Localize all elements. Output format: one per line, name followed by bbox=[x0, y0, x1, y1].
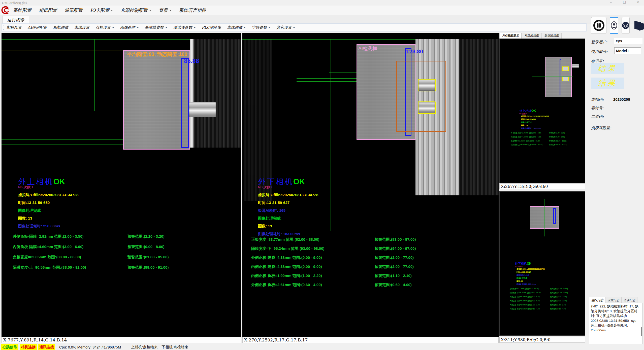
tool-offline-settings[interactable]: 离线设置 bbox=[74, 25, 89, 30]
tool-baseline-params[interactable]: 基准线参数 bbox=[145, 25, 167, 30]
lower-camera-view[interactable]: AI检测框 123.80 外下相机OK NG次数:0 虚拟码:Offline20… bbox=[242, 33, 499, 337]
menu-light-control-config[interactable]: 光源控制配置 bbox=[120, 7, 151, 13]
tab-error-log[interactable]: 错误日志 bbox=[621, 297, 637, 303]
status-bar: 心跳信号 相机连接 通讯连接 Cpu: 0.0% Memory: 3424.41… bbox=[0, 344, 644, 350]
measurement-row: 内侧正极-负极=1.90mm 范围:(1.00 - 2.20)预警范围:(1.1… bbox=[251, 273, 325, 278]
log-scrollbar[interactable] bbox=[641, 327, 642, 336]
width-value-text: 123.80 bbox=[406, 48, 423, 55]
tool-camera-config[interactable]: 相机配置 bbox=[7, 25, 22, 30]
upper-camera-view[interactable]: 平均阈值:93, 动态阈值:100 85.88 外上相机OK NG次数:1 虚拟… bbox=[2, 33, 241, 337]
camera-status-block: 外下相机OK NG次数:0 虚拟码:Offline202502081331347… bbox=[258, 177, 318, 236]
log-panel: 运行日志 设置日志 错误日志 耗时: 222, 缺陷检测耗时: 17, 缺陷分类… bbox=[589, 297, 642, 347]
tab-detect-box bbox=[418, 101, 436, 114]
menu-camera-config[interactable]: 相机配置 bbox=[39, 7, 57, 13]
process-done-text: 图像处理完成 bbox=[18, 208, 78, 213]
tab-ng-screenshot[interactable]: NG截图显示 bbox=[499, 33, 522, 39]
width-measure-box bbox=[181, 58, 189, 148]
mini-measure-box bbox=[553, 208, 556, 224]
baseline-yellow-vertical bbox=[243, 33, 243, 230]
lower-camera-coord-bar: X:270;Y:2502;R:17;G:17;B:17 bbox=[242, 337, 499, 343]
measurement-row: 外侧正极-负极=2.61mm 范围:(0.60 - 4.00)预警范围:(0.6… bbox=[251, 283, 325, 287]
machine-background bbox=[459, 39, 499, 195]
virtual-code-value: 20250208 bbox=[613, 97, 630, 101]
tool-ai-use-config[interactable]: AI使用配置 bbox=[28, 25, 47, 30]
upper-camera-thumbnail[interactable]: 外上相机OK NG次数:1 虚拟码:Offline202502081331347… bbox=[499, 39, 585, 183]
login-user-label: 登录用户: bbox=[591, 40, 607, 45]
menu-comm-config[interactable]: 通讯配置 bbox=[65, 7, 83, 13]
right-control-panel: 登录用户: cys 使用型号: Model1 总结果: 结果 结果 虚拟码: 2… bbox=[588, 15, 644, 297]
mini-line bbox=[532, 77, 573, 77]
lower-camera-thumbnail[interactable]: 外下相机OK NG次数:0 虚拟码:Offline202502081331347… bbox=[499, 191, 585, 336]
users-icon bbox=[622, 22, 629, 29]
measurement-row: 正极宽度=83.77mm 范围:(82.00 - 88.00)预警范围:(83.… bbox=[251, 237, 325, 242]
chevron-down-icon bbox=[169, 10, 171, 11]
camera-connect-badge: 相机连接 bbox=[20, 344, 37, 350]
maximize-icon[interactable]: ☐ bbox=[622, 1, 627, 4]
chevron-down-icon bbox=[165, 27, 167, 28]
mini-metal-blob bbox=[572, 64, 579, 68]
upper-camera-check-text: 上相机:点检结束 bbox=[131, 345, 158, 349]
ai-elapsed-text: 极耳AI耗时: 165 bbox=[258, 208, 318, 213]
users-button[interactable] bbox=[622, 17, 630, 34]
menu-io-card-config[interactable]: IO卡配置 bbox=[90, 7, 113, 13]
app-logo-icon bbox=[1, 6, 11, 15]
tool-image-processing[interactable]: 图像处理 bbox=[120, 25, 139, 30]
measurement-row: 内侧负极-隔膜=4.60mm 范围:(3.00 - 6.00)预警范围:(0.0… bbox=[13, 244, 86, 249]
elapsed-text: 图像处理耗时: 258.00ms bbox=[18, 224, 78, 229]
pause-button[interactable] bbox=[591, 17, 606, 34]
menu-bar: 系统配置 相机配置 通讯配置 IO卡配置 光源控制配置 查看 系统语言切换 bbox=[0, 6, 644, 15]
camera-title: 外上相机 bbox=[18, 177, 53, 186]
window-title: CYS-视觉检测系统 bbox=[2, 1, 27, 5]
measurement-list: 外侧负极-隔膜=2.91mm 范围:(2.00 - 3.50)预警范围:(2.2… bbox=[13, 234, 86, 270]
tab-material-curve[interactable]: 料线曲线图 bbox=[522, 33, 542, 39]
result-ok-text: OK bbox=[53, 177, 65, 186]
cpu-memory-text: Cpu: 0.0% Memory: 3424.41796875M bbox=[59, 345, 121, 349]
neg-tab-count-label: 负极耳数量: bbox=[591, 126, 611, 130]
chevron-down-icon bbox=[194, 27, 196, 28]
menu-language-switch[interactable]: 系统语言切换 bbox=[179, 7, 206, 13]
loop-count-text: 圈数: 13 bbox=[18, 216, 78, 221]
menu-system-config[interactable]: 系统配置 bbox=[13, 7, 31, 13]
virtual-code-text: 虚拟码:Offline20250208133134728 bbox=[258, 193, 318, 197]
user-button[interactable] bbox=[610, 17, 618, 34]
menu-view[interactable]: 查看 bbox=[159, 7, 171, 13]
tool-offline-debug[interactable]: 离线调试 bbox=[227, 25, 246, 30]
chevron-down-icon bbox=[244, 27, 246, 28]
tab-settings-log[interactable]: 设置日志 bbox=[605, 297, 621, 303]
comm-connect-badge: 通讯连接 bbox=[38, 344, 55, 350]
chevron-down-icon bbox=[137, 27, 139, 28]
close-icon[interactable]: ✕ bbox=[635, 1, 640, 4]
measurement-row: 外侧正极-隔膜=4.38mm 范围:(0.00 - 9.00)预警范围:(2.0… bbox=[251, 255, 325, 260]
pause-icon bbox=[593, 19, 605, 31]
tool-camera-debug[interactable]: 相机调试 bbox=[53, 25, 68, 30]
total-result-label: 总结果: bbox=[591, 58, 604, 63]
lower-camera-check-text: 下相机:点检结束 bbox=[162, 345, 188, 349]
tool-plc-address-lib[interactable]: PLC地址库 bbox=[202, 25, 221, 30]
model-field[interactable]: Model1 bbox=[614, 47, 641, 54]
measurement-row: 隔膜宽度-下=95.24mm 范围:(93.00 - 98.00)预警范围:(9… bbox=[251, 246, 325, 251]
toolbar-grip[interactable] bbox=[3, 25, 5, 30]
login-user-field[interactable]: cys bbox=[614, 38, 642, 44]
tab-data-curve[interactable]: 数据曲线图 bbox=[542, 33, 562, 39]
chevron-down-icon bbox=[111, 10, 113, 11]
elapsed-text: 图像处理耗时: 183.00ms bbox=[258, 232, 318, 236]
width-value-text: 85.88 bbox=[184, 57, 199, 64]
tool-test-item-params[interactable]: 测试项参数 bbox=[173, 25, 196, 30]
reference-line bbox=[94, 39, 95, 111]
user-icon bbox=[611, 20, 617, 30]
process-done-text: 图像处理完成 bbox=[258, 216, 318, 221]
mini-line bbox=[532, 79, 573, 79]
tool-spot-check-settings[interactable]: 点检设置 bbox=[95, 25, 114, 30]
minimize-icon[interactable]: – bbox=[608, 1, 613, 4]
measurement-row: 内侧正极-隔膜=4.38mm 范围:(0.00 - 9.00)预警范围:(2.0… bbox=[251, 264, 325, 269]
camera-status-block: 外上相机OK NG次数:1 虚拟码:Offline202502081331347… bbox=[18, 177, 78, 229]
tool-char-params[interactable]: 字符参数 bbox=[252, 25, 270, 30]
tab-run-log[interactable]: 运行日志 bbox=[589, 297, 605, 303]
tool-other-settings[interactable]: 其它设置 bbox=[276, 25, 295, 30]
measurement-row: 外侧负极-隔膜=2.91mm 范围:(2.00 - 3.50)预警范围:(2.2… bbox=[13, 234, 86, 239]
log-text[interactable]: 耗时: 222, 缺陷检测耗时: 17, 缺陷分类耗时: 0, 缺陷提取分区耗时… bbox=[589, 303, 642, 346]
tab-run-image[interactable]: 运行图像 bbox=[3, 16, 29, 23]
measure-line bbox=[329, 73, 358, 73]
toolbar: 相机配置 AI使用配置 相机调试 离线设置 点检设置 图像处理 基准线参数 测试… bbox=[2, 23, 587, 31]
ai-detect-region-box bbox=[396, 61, 446, 132]
